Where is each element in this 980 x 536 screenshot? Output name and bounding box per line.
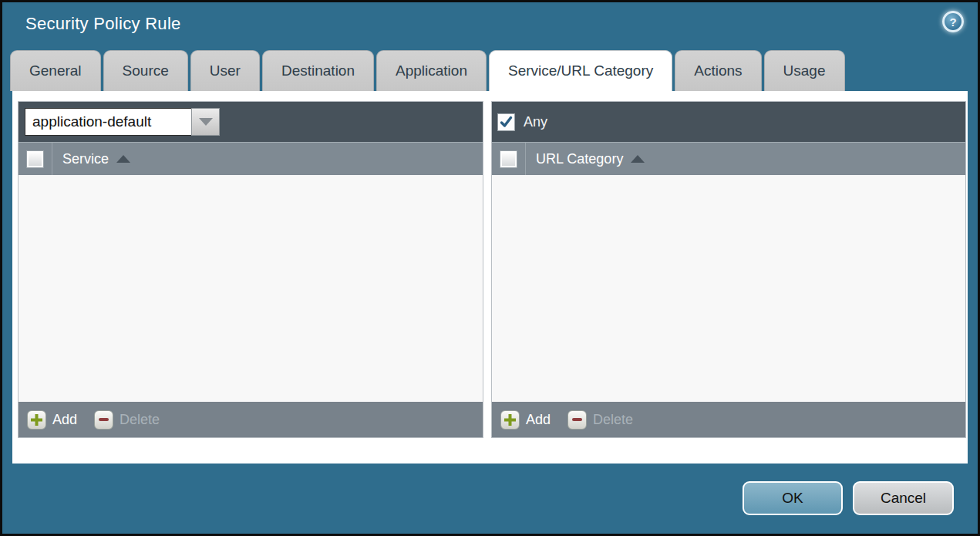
service-type-input[interactable] [25,108,191,136]
url-category-add-button[interactable]: Add [500,410,551,430]
add-plus-icon [27,410,46,430]
add-plus-icon [500,410,520,430]
delete-minus-icon [94,410,113,430]
tab-user[interactable]: User [190,50,260,91]
delete-button-label: Delete [120,412,160,428]
any-checkbox-label[interactable]: Any [524,114,547,130]
url-category-list-area[interactable] [492,175,965,402]
security-policy-rule-dialog: Security Policy Rule ? GeneralSourceUser… [0,0,980,536]
service-footer-toolbar: Add Delete [19,402,483,437]
service-select-all-checkbox[interactable] [27,151,43,167]
dialog-content: Service Add Delete [12,91,968,464]
url-category-toolbar: Any [492,102,965,142]
sort-asc-icon[interactable] [116,155,130,163]
url-category-column-header: URL Category [492,142,965,175]
service-panel: Service Add Delete [18,101,483,438]
service-column-header: Service [19,142,483,175]
url-category-footer-toolbar: Add Delete [492,402,965,437]
chevron-down-icon [199,118,213,126]
help-icon[interactable]: ? [942,11,964,32]
tab-general[interactable]: General [10,50,101,91]
url-category-select-all-checkbox[interactable] [500,151,517,167]
delete-minus-icon [567,410,587,430]
service-add-button[interactable]: Add [27,410,77,430]
tab-actions[interactable]: Actions [675,50,761,91]
sort-asc-icon[interactable] [631,155,645,163]
any-checkbox[interactable] [498,114,514,130]
service-type-dropdown-button[interactable] [191,108,220,136]
ok-button[interactable]: OK [743,481,843,515]
header-divider [52,143,52,175]
service-toolbar [19,102,483,142]
tab-usage[interactable]: Usage [764,50,845,91]
service-list-area[interactable] [19,175,483,402]
tab-bar: GeneralSourceUserDestinationApplicationS… [10,50,970,91]
service-delete-button[interactable]: Delete [94,410,160,430]
tab-source[interactable]: Source [103,50,188,91]
service-column-label[interactable]: Service [62,151,109,167]
service-type-combo [25,108,220,136]
url-category-panel: Any URL Category Add [491,101,966,438]
delete-button-label: Delete [593,412,633,428]
dialog-title: Security Policy Rule [25,14,181,34]
add-button-label: Add [52,412,77,428]
tab-service-url-category[interactable]: Service/URL Category [489,50,672,91]
add-button-label: Add [526,412,551,428]
tab-application[interactable]: Application [376,50,487,91]
cancel-button[interactable]: Cancel [853,481,954,515]
url-category-delete-button[interactable]: Delete [567,410,633,430]
url-category-column-label[interactable]: URL Category [536,151,623,167]
header-divider [525,143,526,175]
tab-destination[interactable]: Destination [262,50,374,91]
